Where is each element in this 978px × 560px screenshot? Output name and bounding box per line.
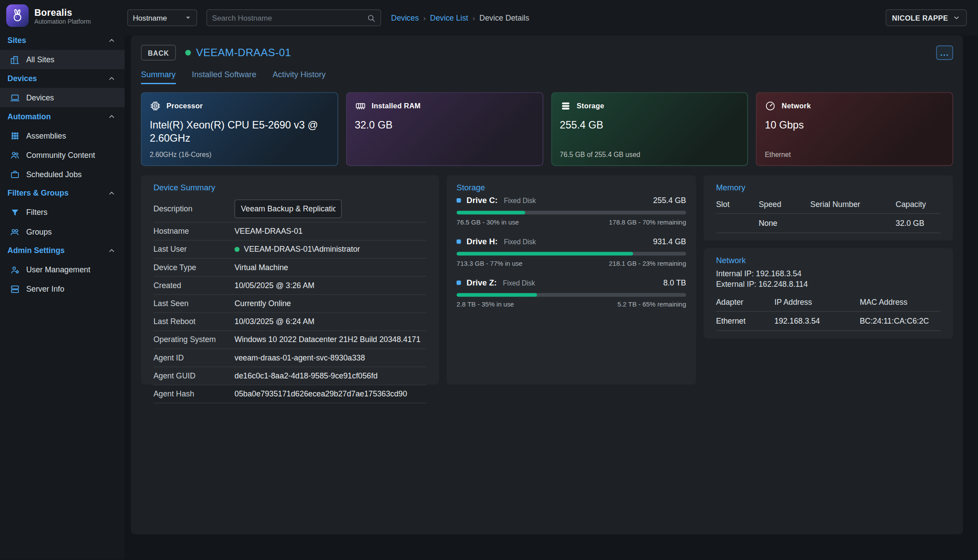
ds-value: 10/05/2025 @ 3:26 AM [235, 281, 315, 290]
adapter-ip: 192.168.3.54 [774, 317, 860, 325]
sidebar-section-devices[interactable]: Devices [0, 69, 125, 88]
sidebar-item-all-sites[interactable]: All Sites [0, 50, 125, 69]
ds-label: Operating System [154, 335, 235, 344]
ds-label: Last Reboot [154, 317, 235, 326]
col-mac-address: MAC Address [860, 298, 940, 307]
section-label: Devices [7, 74, 37, 83]
breadcrumb-devices[interactable]: Devices [391, 14, 419, 22]
ds-label: Device Type [154, 263, 235, 272]
network-table-header: Adapter IP Address MAC Address [716, 294, 941, 312]
drive-used-text: 76.5 GB - 30% in use [457, 218, 519, 226]
sidebar-item-label: Server Info [26, 285, 64, 293]
tab-activity-history[interactable]: Activity History [272, 70, 326, 84]
lower-panels: Device Summary Description Hostname VEEA… [141, 175, 953, 385]
stat-card-network: Network 10 Gbps Ethernet [756, 92, 953, 166]
back-button[interactable]: BACK [141, 45, 176, 61]
ds-label: Last User [154, 245, 235, 254]
memory-serial [810, 219, 896, 228]
sidebar-item-label: User Management [26, 265, 90, 274]
table-row-device-type: Device Type Virtual Machine [154, 259, 427, 277]
ds-value: Virtual Machine [235, 263, 288, 272]
drive-h-block: Drive H: Fixed Disk 931.4 GB 713.3 GB - … [457, 237, 686, 267]
stat-card-footer: Ethernet [765, 151, 791, 158]
sidebar-item-filters[interactable]: Filters [0, 203, 125, 222]
description-input[interactable] [235, 200, 342, 218]
table-row-last-user: Last User VEEAM-DRAAS-01\Administrator [154, 241, 427, 259]
drive-remaining-text: 178.8 GB - 70% remaining [609, 218, 686, 226]
sidebar-item-community-content[interactable]: Community Content [0, 145, 125, 164]
sidebar-nav: Sites All Sites Devices Devices [0, 31, 125, 299]
hostname-filter-select[interactable]: Hostname [127, 9, 197, 26]
sidebar-section-automation[interactable]: Automation [0, 107, 125, 126]
users-icon [10, 150, 20, 160]
search-box [207, 9, 381, 26]
section-label: Automation [7, 112, 51, 121]
chevron-up-icon [107, 246, 116, 255]
stat-cards-row: Processor Intel(R) Xeon(R) CPU E5-2690 v… [141, 92, 953, 166]
breadcrumb-device-list[interactable]: Device List [430, 14, 468, 22]
tab-bar: Summary Installed Software Activity Hist… [141, 70, 953, 84]
sidebar-item-devices[interactable]: Devices [0, 88, 125, 107]
sidebar-item-scheduled-jobs[interactable]: Scheduled Jobs [0, 164, 125, 184]
groups-icon [10, 227, 20, 237]
user-menu-button[interactable]: NICOLE RAPPE [886, 9, 967, 26]
sidebar-item-groups[interactable]: Groups [0, 222, 125, 241]
search-input[interactable] [212, 14, 367, 22]
memory-speed: None [759, 219, 810, 228]
storage-icon [560, 100, 571, 112]
sidebar-section-sites[interactable]: Sites [0, 31, 125, 50]
storage-panel: Storage Drive C: Fixed Disk 255.4 GB [447, 175, 696, 385]
drive-used-text: 2.8 TB - 35% in use [457, 300, 514, 308]
ds-value: 10/03/2025 @ 6:24 AM [235, 317, 315, 326]
sidebar-item-label: All Sites [26, 55, 54, 64]
drive-remaining-text: 218.1 GB - 23% remaining [609, 259, 686, 267]
ds-label: Last Seen [154, 299, 235, 308]
laptop-icon [10, 93, 20, 103]
sidebar-section-filters-groups[interactable]: Filters & Groups [0, 184, 125, 203]
memory-panel-title: Memory [716, 183, 941, 192]
col-capacity: Capacity [896, 200, 940, 209]
tab-installed-software[interactable]: Installed Software [192, 70, 256, 84]
network-panel: Network Internal IP: 192.168.3.54 Extern… [704, 248, 953, 339]
sidebar-item-assemblies[interactable]: Assemblies [0, 126, 125, 145]
drive-used-text: 713.3 GB - 77% in use [457, 259, 523, 267]
borealis-logo-icon [6, 4, 29, 27]
device-details-panel: BACK VEEAM-DRAAS-01 ... Summary Installe… [131, 36, 963, 534]
drive-size: 8.0 TB [663, 278, 686, 287]
drive-z-block: Drive Z: Fixed Disk 8.0 TB 2.8 TB - 35% … [457, 278, 686, 308]
brand: Borealis Automation Platform [0, 0, 125, 31]
internal-ip: Internal IP: 192.168.3.54 [716, 269, 941, 279]
description-row: Description [154, 196, 427, 222]
ds-label: Agent GUID [154, 371, 235, 380]
chevron-up-icon [107, 74, 116, 83]
sidebar-item-server-info[interactable]: Server Info [0, 279, 125, 299]
chevron-up-icon [107, 189, 116, 198]
adapter-name: Ethernet [716, 317, 774, 325]
drive-name: Drive H: [466, 237, 498, 246]
online-status-dot [185, 50, 191, 56]
memory-capacity: 32.0 GB [896, 219, 940, 228]
col-adapter: Adapter [716, 298, 774, 307]
sidebar-item-label: Devices [26, 93, 54, 102]
col-serial-number: Serial Number [810, 200, 896, 209]
more-actions-button[interactable]: ... [936, 46, 953, 60]
sidebar-item-user-management[interactable]: User Management [0, 260, 125, 279]
network-panel-title: Network [716, 256, 941, 265]
table-row-last-seen: Last Seen Currently Online [154, 295, 427, 313]
stat-card-value: 32.0 GB [355, 118, 533, 132]
online-status-dot [235, 247, 240, 252]
stat-card-footer: 2.60GHz (16-Cores) [150, 151, 211, 158]
table-row-last-reboot: Last Reboot 10/03/2025 @ 6:24 AM [154, 313, 427, 331]
main-column: Hostname Devices › Device List › Device … [125, 0, 978, 560]
table-row-agent-hash: Agent Hash 05ba0e7935171d626ecea29b27d7a… [154, 385, 427, 403]
memory-table-header: Slot Speed Serial Number Capacity [716, 196, 941, 214]
tab-summary[interactable]: Summary [141, 70, 176, 84]
sidebar-section-admin-settings[interactable]: Admin Settings [0, 241, 125, 260]
external-ip: External IP: 162.248.8.114 [716, 279, 941, 290]
chevron-up-icon [107, 36, 116, 45]
last-user-value: VEEAM-DRAAS-01\Administrator [244, 245, 360, 254]
brand-tagline: Automation Platform [34, 18, 91, 25]
drive-c-block: Drive C: Fixed Disk 255.4 GB 76.5 GB - 3… [457, 196, 686, 225]
section-label: Admin Settings [7, 246, 64, 255]
ds-label: Description [154, 204, 235, 213]
